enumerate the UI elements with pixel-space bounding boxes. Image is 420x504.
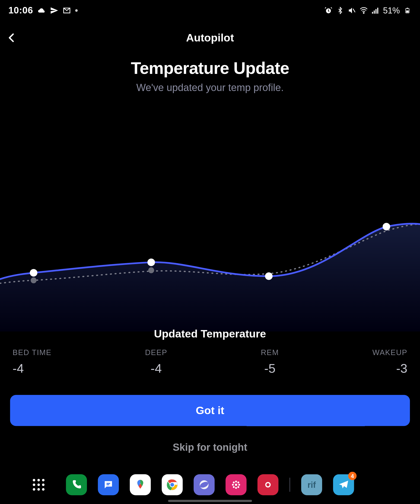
send-icon <box>50 6 58 15</box>
skip-button[interactable]: Skip for tonight <box>0 441 420 453</box>
maps-app-icon[interactable] <box>130 474 151 495</box>
stage-label: REM <box>261 348 279 357</box>
stage-label: WAKEUP <box>372 348 408 357</box>
bluetooth-icon <box>336 6 344 15</box>
svg-point-20 <box>235 481 237 482</box>
svg-line-1 <box>353 9 355 12</box>
alarm-icon <box>324 6 333 15</box>
stage-bedtime: BED TIME -4 <box>12 348 51 376</box>
stage-value: -5 <box>264 361 275 376</box>
svg-rect-8 <box>407 8 408 9</box>
dock: rif 4 <box>0 474 420 495</box>
gesture-bar <box>168 500 252 502</box>
battery-icon <box>403 6 412 15</box>
more-notifications-dot <box>75 9 78 12</box>
status-bar: 10:06 <box>0 0 420 21</box>
stage-rem: REM -5 <box>261 348 279 376</box>
signal-icon <box>371 6 380 15</box>
status-time: 10:06 <box>8 5 33 16</box>
gmail-icon <box>63 6 71 15</box>
samsung-internet-app-icon[interactable] <box>194 474 215 495</box>
svg-point-19 <box>235 484 237 486</box>
dock-separator <box>289 478 290 492</box>
svg-point-23 <box>238 484 240 486</box>
page-subtitle: We've updated your temp profile. <box>0 82 420 94</box>
battery-percent: 51% <box>383 6 400 15</box>
header-title: Autopilot <box>186 31 234 44</box>
svg-rect-6 <box>377 8 378 14</box>
svg-point-22 <box>232 484 234 486</box>
chart-point-prev <box>148 267 154 273</box>
chart-point <box>147 258 155 266</box>
wifi-icon <box>359 6 368 15</box>
stage-value: -4 <box>12 361 24 376</box>
svg-rect-9 <box>406 10 409 12</box>
stage-wakeup: WAKEUP -3 <box>372 348 408 376</box>
stage-label: BED TIME <box>12 348 51 357</box>
svg-point-2 <box>363 12 364 13</box>
stage-value: -3 <box>396 361 407 376</box>
chart-point <box>383 223 390 230</box>
section-title: Updated Temperature <box>0 327 420 340</box>
telegram-app-icon[interactable]: 4 <box>333 474 354 495</box>
mute-icon <box>348 6 356 15</box>
svg-rect-3 <box>372 12 373 14</box>
svg-point-25 <box>237 481 239 483</box>
notification-badge: 4 <box>348 472 357 480</box>
stage-deep: DEEP -4 <box>145 348 167 376</box>
cloud-icon <box>37 6 46 15</box>
phone-app-icon[interactable] <box>66 474 87 495</box>
svg-rect-5 <box>376 9 377 14</box>
chart-point-prev <box>30 277 37 283</box>
chart-point <box>30 269 37 276</box>
back-button[interactable] <box>3 30 20 46</box>
page-title: Temperature Update <box>0 59 420 78</box>
stage-row: BED TIME -4 DEEP -4 REM -5 WAKEUP -3 <box>12 348 407 376</box>
chevron-left-icon <box>6 32 17 43</box>
svg-point-21 <box>235 487 237 489</box>
secondary-button-label: Skip for tonight <box>173 441 247 453</box>
messages-app-icon[interactable] <box>98 474 119 495</box>
gallery-app-icon[interactable] <box>225 474 247 495</box>
svg-point-26 <box>233 486 235 488</box>
svg-point-27 <box>237 486 239 488</box>
svg-rect-4 <box>374 10 375 14</box>
stage-value: -4 <box>151 361 162 376</box>
got-it-button[interactable]: Got it <box>10 395 410 426</box>
svg-point-29 <box>266 483 270 486</box>
app-header: Autopilot <box>0 25 420 50</box>
temperature-chart <box>0 197 420 332</box>
app-drawer-button[interactable] <box>33 479 44 491</box>
rif-app-icon[interactable]: rif <box>301 474 322 495</box>
chart-point <box>265 272 273 280</box>
camera-app-icon[interactable] <box>257 474 279 495</box>
primary-button-label: Got it <box>196 404 224 417</box>
title-block: Temperature Update We've updated your te… <box>0 59 420 94</box>
chart-area <box>0 224 420 332</box>
svg-point-24 <box>233 481 235 483</box>
chrome-app-icon[interactable] <box>162 474 183 495</box>
stage-label: DEEP <box>145 348 167 357</box>
